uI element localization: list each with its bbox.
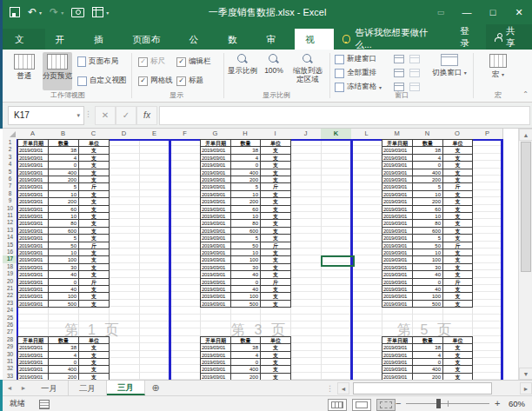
unit-cell[interactable]: 支 [78,373,110,380]
horizontal-scroll-thumb[interactable] [353,382,492,394]
sheet-tab-march[interactable]: 三月 [107,381,145,395]
page-number-watermark: 第 3 页 [231,322,288,340]
new-window-button[interactable]: 新建窗口 [335,54,376,64]
sign-in-button[interactable]: 登录 [451,25,486,50]
tab-insert[interactable]: 插入 [83,29,123,50]
unit-cell[interactable]: 支 [260,373,291,380]
split-button[interactable] [394,55,404,63]
tab-file[interactable]: 文件 [3,29,45,50]
tab-page-layout[interactable]: 页面布局 [123,29,179,50]
vertical-scroll-thumb[interactable] [521,142,531,272]
custom-views-icon [77,76,87,86]
date-cell[interactable]: 2019/03/01 [17,373,49,380]
page-break-preview-button[interactable]: 分页预览 [43,52,72,90]
page-layout-view-toggle[interactable] [352,399,371,411]
scroll-down-icon[interactable]: ▼ [519,368,532,380]
sheet-grid[interactable]: ABCDEFGHIJKLMNOP123456789101112131415161… [0,129,532,380]
sheet-nav-next-icon[interactable]: ► [17,381,30,395]
quantity-cell[interactable]: 200 [48,373,79,380]
zoom-slider-thumb[interactable] [436,399,441,408]
normal-view-button[interactable]: 普通 [10,52,39,90]
formula-bar-resize-handle[interactable]: ⋮ [84,109,92,118]
zoom-to-selection-button[interactable]: 缩放到选定区域 [289,52,326,90]
custom-views-button[interactable]: 自定义视图 [77,76,127,86]
tab-view[interactable]: 视图 [295,29,334,50]
new-sheet-button[interactable]: ⊕ [145,381,166,395]
name-box-dropdown-icon[interactable]: ▾ [76,107,80,124]
page-number-watermark: 第 1 页 [65,322,122,340]
normal-view-toggle[interactable] [328,399,347,411]
tab-home[interactable]: 开始 [45,29,84,50]
formula-bar-checkbox[interactable]: ✓编辑栏 [176,56,211,67]
ruler-checkbox: ✓标尺 [138,56,165,67]
share-button[interactable]: 共享 [486,24,532,50]
hide-button[interactable] [394,69,404,77]
scroll-right-icon[interactable]: ► [520,382,532,394]
group-label-zoom: 显示比例 [227,90,326,100]
switch-windows-button[interactable]: 切换窗口 ▾ [430,52,469,90]
close-button[interactable]: ✕ [506,0,532,24]
insert-function-icon[interactable]: fx [136,106,157,125]
normal-view-icon [14,54,35,70]
zoom-level-text[interactable]: 60% [509,396,525,411]
minimize-button[interactable]: — [454,0,480,24]
tab-review[interactable]: 审阅 [256,29,296,50]
horizontal-scrollbar[interactable]: ⋮ ◄ ► [323,381,532,395]
sheet-tab-january[interactable]: 一月 [30,381,69,395]
macros-button[interactable]: 宏 ▾ [482,52,514,90]
unit-cell[interactable]: 支 [442,373,473,380]
quantity-cell[interactable]: 200 [230,373,261,380]
date-cell[interactable]: 2019/03/01 [200,373,231,380]
quantity-cell[interactable]: 200 [412,373,443,380]
tab-data[interactable]: 数据 [217,29,256,50]
quantity-cell[interactable]: 500 [48,300,79,308]
date-cell[interactable]: 2019/03/01 [200,300,231,308]
page-break-view-toggle[interactable] [376,399,396,411]
zoom-in-button[interactable]: + [495,396,500,411]
date-cell[interactable]: 2019/03/01 [382,373,413,380]
page-layout-view-button[interactable]: 页面布局 [77,56,118,67]
unit-cell[interactable]: 支 [78,300,110,308]
vertical-scrollbar[interactable]: ▲▼ [518,129,532,380]
date-cell[interactable]: 2019/03/01 [17,300,49,308]
formula-input[interactable] [159,106,530,125]
gridlines-checkbox[interactable]: ✓网格线 [138,76,173,86]
scroll-up-icon[interactable]: ▲ [519,129,532,141]
chevron-down-icon: ▾ [464,70,467,76]
quantity-cell[interactable]: 500 [412,300,443,308]
macro-record-icon[interactable] [39,400,50,409]
ribbon: 普通 分页预览 页面布局 自定义视图 工作簿视图 ✓标尺 ✓编辑栏 ✓网格线 ✓… [3,50,532,103]
magnifier-icon [237,54,248,64]
zoom-out-button[interactable]: − [396,396,401,411]
window-controls: ▭ — □ ✕ [428,0,532,24]
checkbox-icon: ✓ [138,57,148,67]
zoom-slider-center-tick [448,401,449,407]
zoom-button[interactable]: 显示比例 [227,52,258,90]
arrange-all-button[interactable]: 全部重排 [335,68,376,78]
hide-icon [394,69,404,77]
sheet-tab-february[interactable]: 二月 [69,381,107,395]
unit-cell[interactable]: 支 [442,300,473,308]
horizontal-scroll-track[interactable] [349,382,520,394]
zoom-100-button[interactable]: 100% [260,52,288,90]
scroll-left-icon[interactable]: ◄ [337,382,349,394]
unit-cell[interactable]: 支 [260,300,291,308]
selected-cell-outline[interactable] [321,255,355,266]
scrollbar-resize-handle[interactable]: ⋮ [323,384,337,393]
tell-me-box[interactable]: 告诉我您想要做什么... [334,29,452,50]
enter-icon: ✓ [116,106,136,125]
sheet-nav-prev-icon[interactable]: ◄ [3,381,17,395]
collapse-ribbon-icon[interactable]: ⌃ [522,90,529,98]
quantity-cell[interactable]: 500 [230,300,261,308]
new-window-icon [335,55,344,64]
headings-checkbox[interactable]: ✓标题 [176,76,203,86]
tab-formulas[interactable]: 公式 [179,29,218,50]
title-bar: ↶▾ ↷▾ ▾ 一季度销售数据.xlsx - Excel ▭ — □ ✕ [3,0,532,24]
gridline [139,139,140,380]
macros-icon [489,54,507,68]
name-box[interactable]: K17▾ [8,106,84,125]
page-break-line-vertical [169,139,171,380]
maximize-button[interactable]: □ [480,0,506,24]
date-cell[interactable]: 2019/03/01 [382,300,413,308]
ribbon-display-options-icon[interactable]: ▭ [428,0,454,24]
